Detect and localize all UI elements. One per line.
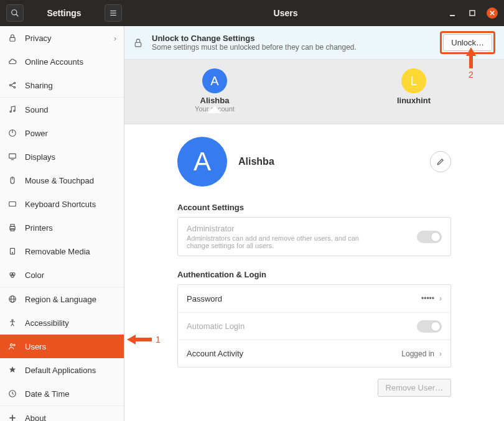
sidebar-item-accessibility[interactable]: Accessibility	[0, 311, 124, 335]
displays-icon	[7, 152, 17, 162]
sidebar-item-color[interactable]: Color	[0, 263, 124, 287]
svg-point-38	[12, 320, 13, 321]
section-title-auth: Authentication & Login	[177, 270, 451, 279]
edit-name-button[interactable]	[430, 151, 451, 172]
clock-icon	[7, 389, 17, 399]
remove-user-button[interactable]: Remove User…	[378, 379, 451, 397]
settings-title: Settings	[26, 8, 102, 18]
sidebar-item-label: Region & Language	[25, 295, 96, 304]
sidebar-item-sound[interactable]: Sound	[0, 98, 124, 121]
account-settings-panel: Administrator Administrators can add and…	[177, 217, 451, 256]
admin-toggle[interactable]	[417, 231, 442, 243]
auth-panel: Password •••••› Automatic Login Account …	[177, 284, 451, 368]
chevron-right-icon: ›	[114, 34, 116, 43]
power-icon	[7, 128, 17, 138]
user-detail: A Alishba Account Settings Administrator…	[124, 124, 504, 421]
admin-label: Administrator	[187, 224, 373, 233]
lock-icon	[133, 38, 146, 48]
user-tab-name: linuxhint	[383, 96, 445, 105]
sidebar-item-label: Accessibility	[25, 318, 69, 328]
sidebar-item-mouse[interactable]: Mouse & Touchpad	[0, 169, 124, 192]
plus-icon	[7, 413, 17, 421]
admin-desc: Administrators can add and remove other …	[187, 234, 373, 249]
unlock-button[interactable]: Unlock…	[443, 34, 492, 51]
password-value: •••••	[421, 294, 434, 303]
user-hero: A Alishba	[177, 137, 451, 187]
maximize-button[interactable]	[467, 7, 478, 19]
globe-icon	[7, 294, 17, 304]
activity-label: Account Activity	[187, 349, 243, 358]
svg-point-31	[12, 252, 12, 253]
activity-value: Logged in	[401, 349, 434, 358]
keyboard-icon	[7, 199, 17, 209]
row-activity[interactable]: Account Activity Logged in›	[178, 340, 450, 367]
sidebar-item-label: Color	[25, 271, 44, 280]
svg-point-39	[11, 344, 13, 346]
svg-line-13	[11, 83, 14, 85]
sidebar-item-power[interactable]: Power	[0, 121, 124, 145]
sidebar-item-label: About	[25, 414, 46, 422]
avatar: L	[401, 68, 426, 93]
search-button[interactable]	[6, 4, 24, 22]
cloud-icon	[7, 57, 17, 67]
svg-point-40	[14, 345, 15, 346]
row-password[interactable]: Password •••••›	[178, 285, 450, 312]
music-icon	[7, 104, 17, 114]
svg-rect-28	[11, 224, 14, 227]
lock-icon	[7, 33, 17, 43]
row-autologin: Automatic Login	[178, 312, 450, 340]
content-pane: Unlock to Change Settings Some settings …	[124, 26, 504, 421]
accessibility-icon	[7, 318, 17, 328]
row-administrator: Administrator Administrators can add and…	[178, 218, 450, 256]
sidebar-item-label: Sound	[25, 105, 49, 114]
sidebar-item-default-apps[interactable]: Default Applications	[0, 358, 124, 382]
sidebar-item-displays[interactable]: Displays	[0, 145, 124, 169]
svg-point-11	[14, 82, 15, 83]
printer-icon	[7, 223, 17, 233]
sidebar-item-online-accounts[interactable]: Online Accounts	[0, 50, 124, 73]
sidebar-item-sharing[interactable]: Sharing	[0, 73, 124, 97]
section-title-account: Account Settings	[177, 203, 451, 212]
svg-point-10	[9, 85, 11, 86]
sidebar-item-label: Printers	[25, 223, 53, 233]
sidebar-item-printers[interactable]: Printers	[0, 216, 124, 239]
chevron-right-icon: ›	[439, 349, 442, 358]
sidebar-item-privacy[interactable]: Privacy›	[0, 26, 124, 50]
sidebar-item-date-time[interactable]: Date & Time	[0, 382, 124, 405]
mouse-icon	[7, 175, 17, 185]
user-tab-alishba[interactable]: A Alishba Your account	[184, 68, 246, 113]
sidebar-item-label: Displays	[25, 152, 55, 162]
sidebar-item-label: Date & Time	[25, 389, 70, 399]
user-avatar-large: A	[177, 137, 227, 187]
sidebar-item-label: Keyboard Shortcuts	[25, 200, 96, 209]
chevron-right-icon: ›	[439, 294, 442, 303]
minimize-icon	[449, 9, 456, 17]
close-button[interactable]	[487, 7, 498, 19]
media-icon	[7, 246, 17, 256]
sidebar-item-label: Default Applications	[25, 366, 96, 375]
autologin-toggle[interactable]	[417, 320, 442, 333]
hamburger-icon	[109, 9, 118, 17]
sidebar-item-media[interactable]: Removable Media	[0, 239, 124, 263]
close-icon	[490, 11, 495, 16]
svg-rect-19	[9, 154, 16, 158]
users-tab-strip: A Alishba Your account L linuxhint	[124, 60, 504, 124]
star-icon	[7, 365, 17, 375]
color-icon	[7, 270, 17, 280]
menu-button[interactable]	[105, 4, 122, 22]
users-icon	[7, 341, 17, 351]
sidebar-item-label: Removable Media	[25, 247, 90, 256]
sidebar-item-keyboard[interactable]: Keyboard Shortcuts	[0, 192, 124, 216]
user-name: Alishba	[238, 156, 274, 167]
sidebar-item-about[interactable]: About	[0, 406, 124, 421]
svg-point-16	[14, 110, 15, 111]
svg-rect-6	[470, 11, 475, 16]
sidebar-item-users[interactable]: Users	[0, 335, 124, 358]
sidebar-item-region[interactable]: Region & Language	[0, 287, 124, 311]
selected-tab-indicator	[207, 106, 222, 113]
svg-rect-9	[10, 37, 15, 41]
user-tab-linuxhint[interactable]: L linuxhint	[383, 68, 445, 113]
minimize-button[interactable]	[447, 7, 458, 19]
svg-rect-44	[135, 42, 141, 47]
svg-rect-23	[9, 202, 16, 206]
